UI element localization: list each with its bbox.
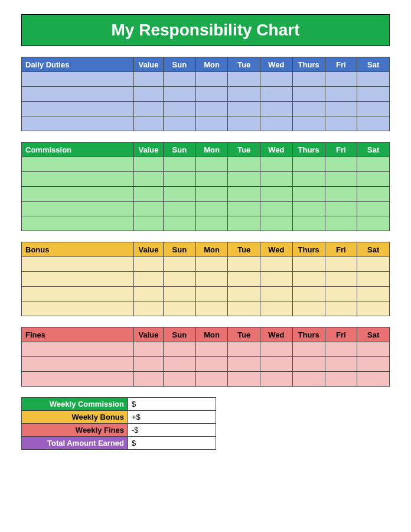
col-wed: Wed xyxy=(260,57,293,72)
fines-table: Fines Value Sun Mon Tue Wed Thurs Fri Sa… xyxy=(21,327,390,387)
col-fri: Fri xyxy=(325,142,357,157)
col-thurs: Thurs xyxy=(292,242,325,257)
col-wed: Wed xyxy=(260,327,293,342)
col-value: Value xyxy=(134,242,164,257)
col-sun: Sun xyxy=(164,57,196,72)
col-sat: Sat xyxy=(357,242,390,257)
summary-commission-label: Weekly Commission xyxy=(22,398,128,411)
col-wed: Wed xyxy=(260,142,293,157)
summary-total-label: Total Amount Earned xyxy=(22,437,128,450)
col-mon: Mon xyxy=(195,142,228,157)
table-row xyxy=(22,372,390,387)
col-sun: Sun xyxy=(164,142,196,157)
col-thurs: Thurs xyxy=(292,142,325,157)
summary-bonus-row: Weekly Bonus +$ xyxy=(22,411,216,424)
col-sun: Sun xyxy=(164,242,196,257)
fines-body xyxy=(22,342,390,387)
col-fri: Fri xyxy=(325,327,357,342)
col-fri: Fri xyxy=(325,57,357,72)
summary-total-value: $ xyxy=(128,437,216,450)
commission-header: Commission xyxy=(22,142,134,157)
table-row xyxy=(22,342,390,357)
col-tue: Tue xyxy=(228,327,260,342)
commission-table: Commission Value Sun Mon Tue Wed Thurs F… xyxy=(21,142,390,231)
table-row xyxy=(22,116,390,131)
table-row xyxy=(22,102,390,116)
col-sun: Sun xyxy=(164,327,196,342)
col-sat: Sat xyxy=(357,327,390,342)
table-row xyxy=(22,257,390,272)
daily-duties-body xyxy=(22,72,390,131)
table-row xyxy=(22,357,390,372)
summary-total-row: Total Amount Earned $ xyxy=(22,437,216,450)
col-value: Value xyxy=(134,142,164,157)
bonus-table: Bonus Value Sun Mon Tue Wed Thurs Fri Sa… xyxy=(21,242,390,316)
commission-body xyxy=(22,157,390,231)
summary-fines-row: Weekly Fines -$ xyxy=(22,424,216,437)
summary-fines-label: Weekly Fines xyxy=(22,424,128,437)
table-row xyxy=(22,187,390,202)
col-value: Value xyxy=(134,57,164,72)
table-row xyxy=(22,87,390,102)
col-fri: Fri xyxy=(325,242,357,257)
col-sat: Sat xyxy=(357,57,390,72)
summary-table: Weekly Commission $ Weekly Bonus +$ Week… xyxy=(21,397,216,450)
table-row xyxy=(22,202,390,216)
col-mon: Mon xyxy=(195,242,228,257)
summary-commission-value: $ xyxy=(128,398,216,411)
table-row xyxy=(22,301,390,316)
table-row xyxy=(22,172,390,187)
col-thurs: Thurs xyxy=(292,327,325,342)
col-mon: Mon xyxy=(195,327,228,342)
table-row xyxy=(22,157,390,172)
col-sat: Sat xyxy=(357,142,390,157)
daily-duties-table: Daily Duties Value Sun Mon Tue Wed Thurs… xyxy=(21,57,390,131)
fines-header: Fines xyxy=(22,327,134,342)
table-row xyxy=(22,216,390,231)
col-value: Value xyxy=(134,327,164,342)
summary-fines-value: -$ xyxy=(128,424,216,437)
col-tue: Tue xyxy=(228,242,260,257)
table-row xyxy=(22,287,390,301)
table-row xyxy=(22,72,390,87)
summary-bonus-value: +$ xyxy=(128,411,216,424)
col-thurs: Thurs xyxy=(292,57,325,72)
summary-commission-row: Weekly Commission $ xyxy=(22,398,216,411)
bonus-body xyxy=(22,257,390,316)
col-tue: Tue xyxy=(228,57,260,72)
table-row xyxy=(22,272,390,287)
summary-bonus-label: Weekly Bonus xyxy=(22,411,128,424)
daily-duties-header: Daily Duties xyxy=(22,57,134,72)
col-mon: Mon xyxy=(195,57,228,72)
col-wed: Wed xyxy=(260,242,293,257)
bonus-header: Bonus xyxy=(22,242,134,257)
col-tue: Tue xyxy=(228,142,260,157)
page-title: My Responsibility Chart xyxy=(21,14,390,46)
